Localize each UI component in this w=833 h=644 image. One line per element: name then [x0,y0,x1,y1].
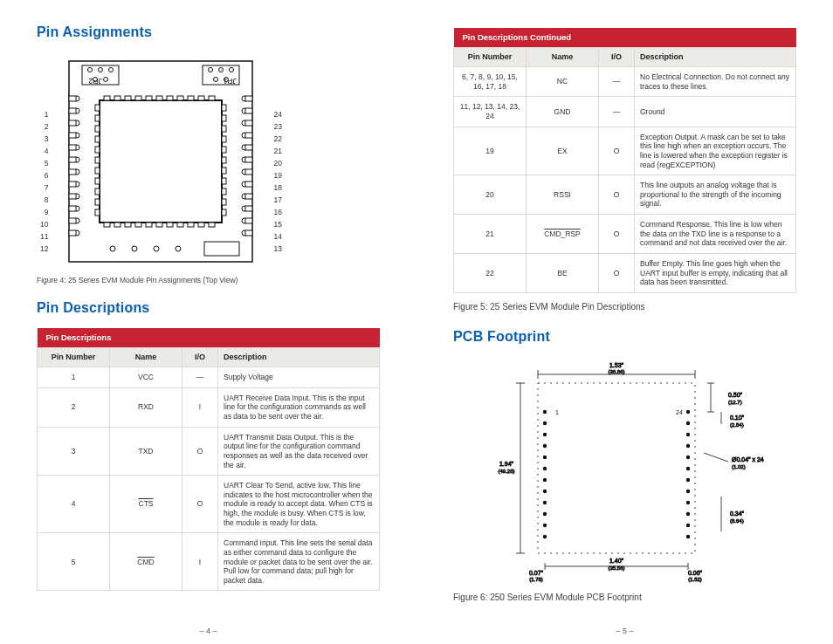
svg-text:(12.7): (12.7) [728,400,742,405]
svg-point-159 [685,478,689,482]
svg-rect-73 [69,133,76,138]
svg-rect-105 [69,230,76,236]
cell-pin: 19 [454,127,527,175]
svg-rect-42 [95,126,100,132]
svg-rect-71 [245,120,252,126]
svg-rect-40 [95,115,100,121]
cell-pin: 5 [38,533,110,591]
module-diagram-wrap: 123456789101112 JP2 JP1 [37,52,380,271]
table-row: 4CTSOUART Clear To Send, active low. Thi… [38,476,380,533]
svg-point-157 [685,467,689,470]
table-row: 5CMDICommand Input. This line sets the s… [38,533,380,591]
cell-io: O [599,127,635,175]
pin-label: 4 [45,145,49,157]
pin-label: 9 [45,206,49,218]
svg-rect-50 [95,168,100,174]
cell-io: — [599,97,635,127]
svg-text:0.10": 0.10" [730,414,745,421]
cell-io: I [182,533,218,591]
cell-name: TXD [110,427,182,476]
svg-rect-20 [125,96,131,100]
table-row: 19EXOException Output. A mask can be set… [454,127,796,175]
svg-point-153 [685,444,689,448]
svg-rect-27 [156,223,162,227]
cell-pin: 11, 12, 13, 14, 23, 24 [454,97,527,127]
svg-point-110 [154,246,159,251]
svg-point-146 [542,410,546,414]
svg-point-169 [685,535,689,538]
svg-point-13 [214,78,218,82]
svg-point-167 [685,524,689,527]
svg-rect-34 [198,96,204,100]
cell-pin: 6, 7, 8, 9, 10, 15, 16, 17, 18 [454,67,527,97]
figure5-caption: Figure 5: 25 Series EVM Module Pin Descr… [453,302,796,312]
svg-point-148 [542,421,546,425]
svg-point-162 [542,501,546,504]
svg-rect-45 [222,136,226,142]
heading-pin-descriptions: Pin Descriptions [37,300,380,316]
svg-point-10 [209,68,213,72]
svg-point-166 [542,524,546,527]
svg-rect-23 [135,223,141,227]
svg-rect-83 [245,157,252,162]
table-head-row: Pin Number Name I/O Description [38,347,380,367]
pin-label: 16 [273,206,281,218]
svg-text:1.94": 1.94" [499,461,513,467]
module-diagram-svg: JP2 JP1 [52,52,270,271]
table-title: Pin Descriptions Continued [454,28,796,47]
cell-name: RSSI [527,175,599,215]
svg-rect-53 [222,178,226,184]
pin-descriptions-continued-table: Pin Descriptions Continued Pin Number Na… [453,28,796,293]
cell-io: O [599,253,635,292]
svg-point-5 [99,68,103,72]
svg-rect-48 [95,157,100,163]
cell-name: CTS [110,476,182,533]
svg-rect-59 [222,209,226,216]
table-title: Pin Descriptions [38,328,380,347]
cell-io: — [182,367,218,388]
table-head-row: Pin Number Name I/O Description [454,47,796,66]
svg-point-11 [219,68,224,72]
svg-rect-56 [95,199,100,205]
pin-label: 3 [45,133,49,145]
svg-rect-58 [95,209,100,216]
th-name: Name [110,347,182,367]
svg-rect-37 [209,223,215,227]
svg-point-147 [685,410,689,414]
svg-rect-46 [95,147,100,153]
svg-rect-32 [188,96,194,100]
svg-rect-107 [245,230,252,236]
cell-pin: 1 [38,367,110,388]
svg-text:1.53": 1.53" [609,362,623,368]
svg-point-12 [230,68,234,72]
page-number-right: – 5 – [416,627,833,635]
th-pin: Pin Number [454,47,527,66]
cell-pin: 3 [38,427,110,476]
cell-desc: Exception Output. A mask can be set to t… [635,127,796,175]
cell-pin: 4 [38,476,110,533]
svg-point-164 [542,512,546,516]
svg-point-168 [542,535,546,538]
pin-label: 5 [45,157,49,169]
svg-rect-69 [69,120,76,126]
cell-desc: Ground [635,97,796,127]
svg-rect-43 [222,126,226,132]
svg-text:(1.78): (1.78) [529,577,543,582]
cell-desc: Command Input. This line sets the serial… [218,533,380,591]
svg-text:(1.52): (1.52) [688,577,702,582]
svg-rect-89 [69,182,76,187]
cell-io: O [182,476,218,533]
svg-rect-55 [222,188,226,195]
svg-text:0.06": 0.06" [687,570,702,576]
svg-rect-87 [245,169,252,175]
pin-label: 24 [273,108,281,120]
svg-rect-91 [245,182,252,187]
figure6-caption: Figure 6: 250 Series EVM Module PCB Foot… [453,593,796,602]
svg-point-158 [542,478,546,482]
svg-rect-18 [114,96,120,100]
svg-point-156 [542,467,546,470]
svg-point-152 [542,444,546,448]
svg-text:(38.86): (38.86) [608,369,624,374]
table-row: 21CMD_RSPOCommand Response. This line is… [454,215,796,254]
cell-pin: 20 [454,175,527,215]
